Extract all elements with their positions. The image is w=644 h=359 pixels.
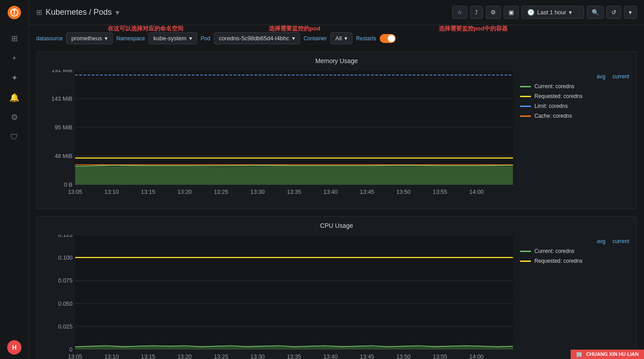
memory-legend: avg current Current: coredns Requested: …: [513, 70, 629, 201]
svg-text:0: 0: [69, 346, 72, 353]
svg-text:48 MiB: 48 MiB: [55, 153, 72, 159]
memory-legend-label-0: Current: coredns: [534, 83, 574, 90]
sidebar-item-explore[interactable]: ✦: [5, 69, 23, 87]
svg-text:13:35: 13:35: [287, 188, 301, 195]
svg-text:13:20: 13:20: [178, 188, 192, 195]
memory-legend-label-3: Cache: coredns: [534, 113, 572, 119]
container-label: Container: [304, 35, 327, 42]
cpu-current-header: current: [613, 238, 629, 244]
sidebar-item-add[interactable]: +: [5, 49, 23, 67]
svg-text:191 MiB: 191 MiB: [51, 70, 72, 73]
time-range-label: Last 1 hour: [537, 9, 566, 16]
svg-text:0.125: 0.125: [58, 235, 72, 238]
datasource-label: datasource: [36, 35, 63, 42]
svg-text:0.025: 0.025: [58, 323, 72, 330]
sidebar-item-shield[interactable]: 🛡: [5, 128, 23, 146]
watermark-text: CHUANG XIN HU LIAN: [586, 351, 639, 357]
memory-legend-line-3: [520, 115, 531, 117]
svg-text:13:50: 13:50: [396, 188, 411, 195]
cpu-chart-svg: 0.125 0.100 0.075 0.050 0.025 0 13:05 1: [44, 235, 513, 359]
svg-text:95 MiB: 95 MiB: [55, 124, 72, 131]
svg-text:13:50: 13:50: [396, 354, 411, 359]
zoom-out-button[interactable]: 🔍: [587, 6, 604, 19]
namespace-dropdown-arrow: ▾: [189, 35, 192, 42]
svg-text:0 B: 0 B: [64, 181, 72, 188]
view-button[interactable]: ▣: [504, 6, 519, 19]
namespace-label: Namespace: [116, 35, 145, 42]
svg-text:13:15: 13:15: [141, 188, 155, 195]
memory-legend-line-2: [520, 106, 531, 107]
refresh-dropdown-button[interactable]: ▾: [624, 6, 637, 19]
cpu-legend-item-1[interactable]: Requested: coredns: [520, 258, 629, 264]
svg-text:13:10: 13:10: [105, 188, 119, 195]
svg-text:13:40: 13:40: [323, 188, 338, 195]
grid-icon: ⊞: [36, 8, 42, 17]
datasource-dropdown[interactable]: prometheus ▾: [66, 32, 113, 44]
namespace-dropdown[interactable]: kube-system ▾: [148, 32, 197, 44]
memory-legend-label-1: Requested: coredns: [534, 93, 582, 99]
share-button[interactable]: ⤴: [470, 6, 483, 19]
memory-legend-item-1[interactable]: Requested: coredns: [520, 93, 629, 99]
time-range-button[interactable]: 🕐 Last 1 hour ▾: [521, 6, 584, 19]
cpu-legend: avg current Current: coredns Requested: …: [513, 235, 629, 359]
svg-text:13:25: 13:25: [214, 188, 228, 195]
svg-text:13:10: 13:10: [105, 354, 119, 359]
svg-text:13:55: 13:55: [433, 188, 447, 195]
memory-legend-item-3[interactable]: Cache: coredns: [520, 113, 629, 119]
container-dropdown-arrow: ▾: [344, 35, 347, 42]
cpu-legend-line-1: [520, 261, 531, 262]
datasource-value: prometheus: [71, 35, 102, 42]
cpu-legend-line-0: [520, 251, 531, 252]
cpu-legend-label-0: Current: coredns: [534, 248, 574, 254]
memory-chart-area: 191 MiB 143 MiB 95 MiB 48 MiB 0 B: [44, 70, 513, 201]
svg-text:13:45: 13:45: [360, 188, 374, 195]
container-dropdown[interactable]: All ▾: [330, 32, 352, 44]
star-button[interactable]: ☆: [452, 6, 467, 19]
svg-text:14:00: 14:00: [469, 354, 483, 359]
memory-legend-item-0[interactable]: Current: coredns: [520, 83, 629, 90]
restarts-label: Restarts: [356, 35, 376, 42]
time-dropdown-icon: ▾: [569, 9, 572, 16]
memory-avg-header: avg: [597, 73, 605, 80]
breadcrumb: ⊞ Kubernetes / Pods ▾: [36, 8, 449, 17]
grafana-logo[interactable]: [5, 4, 23, 21]
sidebar-item-settings[interactable]: ⚙: [5, 108, 23, 126]
svg-text:13:15: 13:15: [141, 354, 155, 359]
pod-label: Pod: [201, 35, 210, 42]
pod-dropdown[interactable]: coredns-5c98db65d4-l4bhc ▾: [214, 32, 300, 44]
svg-text:143 MiB: 143 MiB: [51, 95, 72, 102]
restarts-toggle[interactable]: [380, 34, 396, 43]
refresh-button[interactable]: ↺: [606, 6, 621, 19]
topbar-actions: ☆ ⤴ ⚙ ▣ 🕐 Last 1 hour ▾ 🔍 ↺ ▾: [452, 6, 637, 19]
memory-panel: Memory Usage 191 MiB 143 MiB 95 MiB: [36, 51, 637, 209]
svg-text:13:30: 13:30: [250, 354, 265, 359]
memory-chart-svg: 191 MiB 143 MiB 95 MiB 48 MiB 0 B: [44, 70, 513, 200]
cpu-avg-header: avg: [597, 238, 605, 244]
settings-button[interactable]: ⚙: [486, 6, 501, 19]
svg-text:13:45: 13:45: [360, 354, 374, 359]
memory-fill-area: [75, 167, 513, 185]
memory-legend-header: avg current: [520, 73, 629, 80]
svg-text:14:00: 14:00: [469, 188, 483, 195]
memory-legend-line-1: [520, 96, 531, 97]
sidebar-item-alerting[interactable]: 🔔: [5, 89, 23, 107]
sidebar-item-user[interactable]: H: [7, 340, 21, 355]
clock-icon: 🕐: [527, 9, 534, 16]
svg-text:0.050: 0.050: [58, 300, 72, 307]
cpu-legend-item-0[interactable]: Current: coredns: [520, 248, 629, 254]
svg-point-2: [13, 9, 16, 11]
svg-text:13:05: 13:05: [68, 188, 82, 195]
breadcrumb-dropdown-icon[interactable]: ▾: [115, 8, 119, 17]
sidebar: ⊞ + ✦ 🔔 ⚙ 🛡 H: [0, 0, 29, 359]
cpu-legend-header: avg current: [520, 238, 629, 244]
memory-legend-item-2[interactable]: Limit: coredns: [520, 103, 629, 109]
memory-legend-label-2: Limit: coredns: [534, 103, 568, 109]
svg-text:13:55: 13:55: [433, 354, 447, 359]
annotation-pod: 选择需要监控的pod: [269, 25, 320, 33]
memory-chart-container: 191 MiB 143 MiB 95 MiB 48 MiB 0 B: [37, 66, 636, 209]
container-value: All: [335, 35, 342, 42]
breadcrumb-text: Kubernetes / Pods: [46, 8, 112, 17]
sidebar-item-dashboard[interactable]: ⊞: [5, 30, 23, 47]
cpu-chart-container: 0.125 0.100 0.075 0.050 0.025 0 13:05 1: [37, 231, 636, 359]
filter-bar: datasource prometheus ▾ Namespace kube-s…: [36, 32, 637, 44]
